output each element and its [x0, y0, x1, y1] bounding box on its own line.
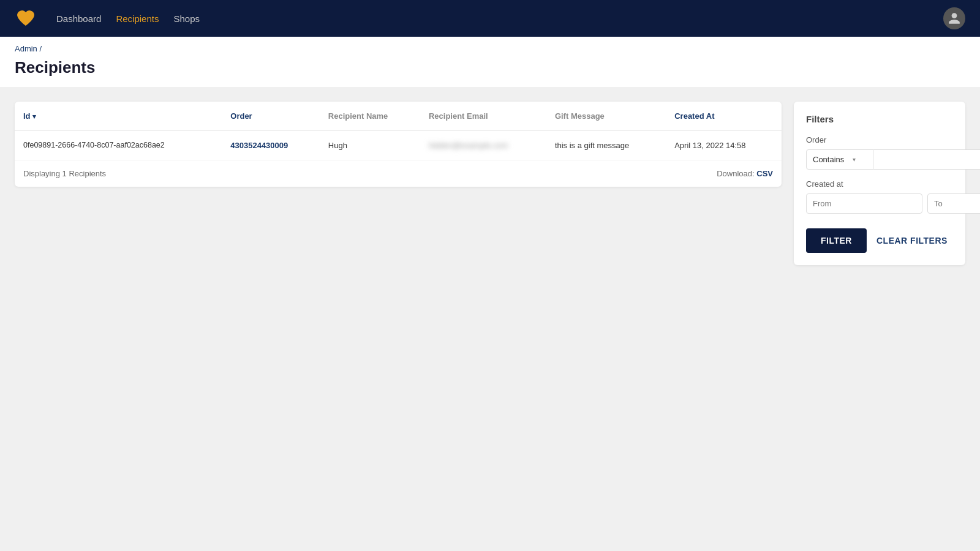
filter-to-input[interactable]: [927, 193, 980, 214]
table-footer: Displaying 1 Recipients Download: CSV: [15, 160, 782, 187]
filter-created-at-label: Created at: [806, 179, 953, 189]
breadcrumb-separator: /: [39, 44, 42, 53]
filter-select-wrap: Contains Equals Starts with ▾: [806, 149, 873, 170]
filter-group-created-at: Created at: [806, 179, 953, 214]
page-title: Recipients: [0, 56, 980, 87]
displaying-count: Displaying 1 Recipients: [23, 169, 106, 178]
navbar-left: Dashboard Recipients Shops: [15, 7, 200, 29]
table-header-row: Id Order Recipient Name Recipient Email …: [15, 102, 782, 131]
nav-links: Dashboard Recipients Shops: [56, 13, 200, 24]
col-gift-message: Gift Message: [546, 102, 666, 131]
main-content: Id Order Recipient Name Recipient Email …: [0, 87, 980, 551]
cell-recipient-name: Hugh: [320, 131, 420, 160]
filter-order-label: Order: [806, 135, 953, 144]
col-order[interactable]: Order: [222, 102, 320, 131]
email-blurred: hidden@example.com: [429, 141, 508, 150]
sort-icon-id: [32, 111, 36, 121]
nav-recipients[interactable]: Recipients: [116, 13, 159, 24]
nav-shops[interactable]: Shops: [173, 13, 200, 24]
filters-title: Filters: [806, 114, 953, 124]
filter-button[interactable]: FILTER: [806, 228, 867, 253]
cell-recipient-email: hidden@example.com: [420, 131, 546, 160]
cell-id: 0fe09891-2666-4740-8c07-aaf02ac68ae2: [15, 131, 222, 160]
filter-order-input[interactable]: [873, 149, 980, 170]
col-recipient-email: Recipient Email: [420, 102, 546, 131]
user-avatar[interactable]: [943, 7, 965, 29]
breadcrumb-parent[interactable]: Admin: [15, 44, 37, 53]
navbar: Dashboard Recipients Shops: [0, 0, 980, 37]
table-row: 0fe09891-2666-4740-8c07-aaf02ac68ae2 430…: [15, 131, 782, 160]
nav-dashboard[interactable]: Dashboard: [56, 13, 101, 24]
filter-actions: FILTER CLEAR FILTERS: [806, 228, 953, 253]
download-area: Download: CSV: [717, 169, 773, 178]
logo-icon: [15, 7, 37, 29]
filter-group-order: Order Contains Equals Starts with ▾: [806, 135, 953, 170]
col-id[interactable]: Id: [15, 102, 222, 131]
cell-created-at: April 13, 2022 14:58: [666, 131, 782, 160]
col-created-at[interactable]: Created At: [666, 102, 782, 131]
filters-card: Filters Order Contains Equals Starts wit…: [794, 102, 965, 265]
cell-gift-message: this is a gift message: [546, 131, 666, 160]
filter-order-row: Contains Equals Starts with ▾: [806, 149, 953, 170]
csv-download-link[interactable]: CSV: [756, 169, 773, 178]
cell-order: 4303524430009: [222, 131, 320, 160]
date-range: [806, 193, 953, 214]
breadcrumb: Admin /: [15, 44, 965, 53]
clear-filters-button[interactable]: CLEAR FILTERS: [876, 236, 948, 246]
filter-from-input[interactable]: [806, 193, 922, 214]
recipients-table: Id Order Recipient Name Recipient Email …: [15, 102, 782, 160]
breadcrumb-area: Admin /: [0, 37, 980, 56]
col-recipient-name: Recipient Name: [320, 102, 420, 131]
filter-order-select[interactable]: Contains Equals Starts with: [813, 155, 860, 164]
table-card: Id Order Recipient Name Recipient Email …: [15, 102, 782, 187]
